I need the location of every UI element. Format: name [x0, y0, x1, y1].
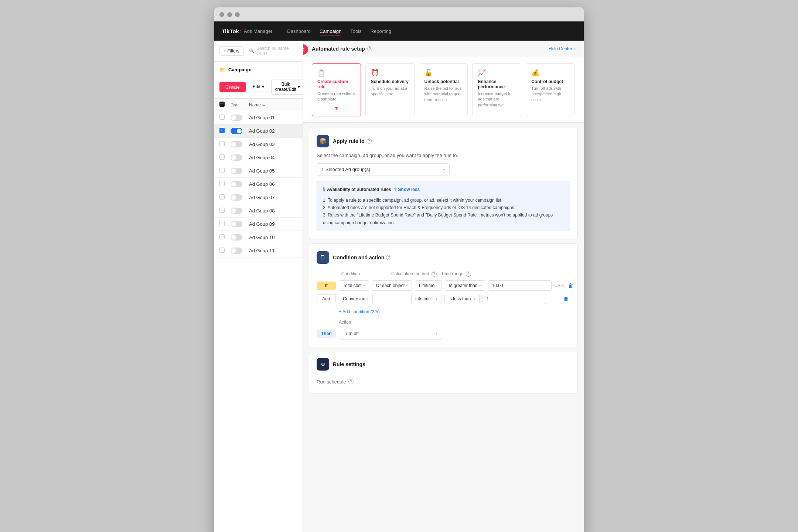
condition-action-title: Condition and action ?	[333, 255, 391, 260]
create-button[interactable]: Create	[219, 82, 246, 92]
ad-group-select[interactable]: 1 Selected Ad group(s) ▾	[317, 163, 450, 175]
template-card-desc: Increase budget for ads that are perform…	[478, 91, 516, 108]
item-checkbox[interactable]	[219, 234, 225, 239]
traffic-light-green	[235, 12, 240, 17]
edit-chevron-icon: ▾	[262, 84, 264, 89]
item-toggle[interactable]	[231, 181, 242, 187]
time-1-select[interactable]: Lifetime ▾	[415, 280, 442, 291]
item-checkbox[interactable]	[219, 141, 225, 146]
list-item[interactable]: Ad Goup 09	[214, 218, 303, 231]
list-item[interactable]: Ad Goup 08	[214, 204, 303, 218]
item-checkbox[interactable]	[219, 181, 225, 186]
item-name: Ad Goup 09	[249, 221, 297, 227]
list-item[interactable]: Ad Goup 02	[214, 125, 303, 138]
item-checkbox[interactable]	[219, 115, 225, 120]
calc-1-select[interactable]: Of each object ▾	[372, 280, 412, 291]
add-condition-button[interactable]: + Add condition (2/5)	[317, 307, 570, 317]
column-name-header: Name ⇅	[249, 102, 297, 108]
item-checkbox[interactable]	[219, 168, 225, 173]
value-2-input[interactable]	[482, 294, 546, 304]
nav-tools[interactable]: Tools	[350, 27, 361, 35]
sort-icon[interactable]: ⇅	[262, 103, 265, 107]
panel-title-info-icon[interactable]: ?	[367, 46, 372, 51]
time-1-chevron-icon: ▾	[436, 284, 438, 287]
item-toggle[interactable]	[231, 208, 242, 214]
info-banner-icon: ℹ	[323, 185, 325, 194]
info-banner: ℹ Availability of automated rules ⇑ Show…	[317, 181, 570, 231]
list-item[interactable]: Ad Goup 03	[214, 138, 303, 151]
bulk-button[interactable]: Bulk create/Edit ▾	[271, 79, 303, 95]
item-checkbox[interactable]	[219, 221, 225, 226]
item-toggle[interactable]	[231, 154, 242, 161]
delete-condition-2-button[interactable]: 🗑	[562, 295, 570, 303]
col-calc-info-icon[interactable]: ?	[432, 272, 437, 277]
item-checkbox[interactable]	[219, 128, 225, 133]
show-less-chevron-icon: ⇑	[393, 186, 397, 193]
search-box[interactable]: 🔍 Search by name Or ID	[246, 44, 297, 58]
template-card-unlock[interactable]: 🔓Unlock potentialRaise the bid for ads w…	[419, 63, 468, 116]
filters-button[interactable]: + Filters	[219, 46, 243, 56]
operator-2-select[interactable]: Is less than ▾	[444, 294, 480, 304]
item-toggle[interactable]	[231, 194, 242, 201]
time-2-select[interactable]: Lifetime ▾	[411, 294, 441, 304]
item-toggle[interactable]	[231, 128, 242, 134]
show-less-button[interactable]: ⇑ Show less	[393, 186, 420, 193]
nav-items: Dashboard Campaign Tools Reporting	[287, 27, 391, 35]
item-name: Ad Goup 02	[249, 128, 297, 134]
sidebar: + Filters 🔍 Search by name Or ID 📁 Campa…	[214, 41, 303, 532]
item-checkbox[interactable]	[219, 208, 225, 213]
and-tag: And	[317, 294, 336, 303]
item-toggle[interactable]	[231, 234, 242, 241]
select-all-checkbox[interactable]	[219, 102, 225, 107]
apply-rule-title: Apply rule to ?	[333, 138, 372, 144]
bulk-label: Bulk create/Edit	[275, 82, 296, 92]
template-card-enhance[interactable]: 📈Enhance performanceIncrease budget for …	[472, 63, 521, 116]
run-schedule-info-icon[interactable]: ?	[348, 379, 354, 384]
item-toggle[interactable]	[231, 221, 242, 227]
list-item[interactable]: Ad Goup 01	[214, 111, 303, 125]
info-point-3: 3. Rules with the "Lifetime Budget Spend…	[323, 211, 564, 226]
list-item[interactable]: Ad Goup 05	[214, 164, 303, 178]
traffic-light-yellow	[227, 12, 232, 17]
condition-2-chevron-icon: ▾	[367, 297, 369, 301]
template-card-schedule[interactable]: ⏰Schedule deliveryTurn on your ad at a s…	[365, 63, 415, 116]
item-checkbox[interactable]	[219, 194, 225, 200]
condition-action-header: 🗒 Condition and action ?	[317, 251, 570, 264]
help-center-link[interactable]: Help Center ›	[549, 46, 575, 51]
delete-condition-1-button[interactable]: 🗑	[567, 282, 575, 290]
item-toggle[interactable]	[231, 141, 242, 147]
template-card-custom[interactable]: 📋Create custom ruleCreate a rule without…	[312, 63, 361, 116]
nav-reporting[interactable]: Reporting	[371, 27, 391, 35]
apply-rule-subtitle: Select the campaign, ad group, or ad you…	[317, 153, 570, 158]
edit-button[interactable]: Edit ▾	[249, 82, 268, 92]
col-time-info-icon[interactable]: ?	[466, 272, 471, 277]
condition-action-info-icon[interactable]: ?	[386, 255, 391, 260]
then-tag: Then	[317, 330, 336, 338]
condition-2-select[interactable]: Conversion ▾	[339, 294, 373, 304]
list-item[interactable]: Ad Goup 11	[214, 244, 303, 258]
nav-campaign[interactable]: Campaign	[320, 27, 341, 35]
nav-dashboard[interactable]: Dashboard	[287, 27, 311, 35]
select-chevron-icon: ▾	[443, 167, 445, 171]
item-toggle[interactable]	[231, 248, 242, 254]
list-item[interactable]: Ad Goup 04	[214, 151, 303, 164]
apply-rule-info-icon[interactable]: ?	[366, 139, 372, 144]
template-card-icon: 💰	[531, 69, 569, 77]
condition-1-select[interactable]: Total cost ▾	[339, 280, 369, 291]
item-checkbox[interactable]	[219, 154, 225, 160]
operator-1-select[interactable]: Is greater than ▾	[445, 280, 485, 291]
list-item[interactable]: Ad Goup 10	[214, 231, 303, 244]
template-card-control[interactable]: 💰Control budgetTurn off ads with unexpec…	[526, 63, 575, 116]
template-card-desc: Turn on your ad at a specific time.	[371, 86, 409, 97]
col-time-header: Time range ?	[441, 271, 484, 277]
template-card-icon: 📋	[317, 69, 355, 77]
action-select[interactable]: Turn off ▾	[339, 328, 442, 340]
value-1-input[interactable]	[488, 280, 552, 291]
list-item[interactable]: Ad Goup 07	[214, 191, 303, 204]
list-item[interactable]: Ad Goup 06	[214, 178, 303, 191]
template-cards: 📋Create custom ruleCreate a rule without…	[303, 57, 584, 123]
item-checkbox[interactable]	[219, 248, 225, 253]
item-name: Ad Goup 03	[249, 141, 297, 147]
item-toggle[interactable]	[231, 115, 242, 121]
item-toggle[interactable]	[231, 168, 242, 174]
